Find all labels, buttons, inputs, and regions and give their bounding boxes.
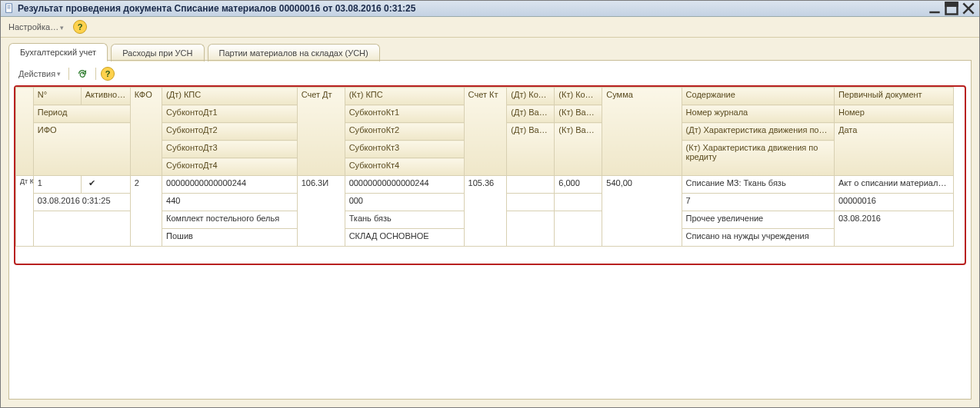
cell-dt-val: [507, 194, 555, 211]
chevron-down-icon: ▾: [57, 70, 61, 78]
cell-subdt3: Пошив: [162, 229, 298, 247]
cell-number: 1: [33, 176, 81, 194]
col-subdt2[interactable]: СубконтоДт2: [162, 123, 298, 141]
tab-accounting[interactable]: Бухгалтерский учет: [8, 43, 108, 61]
maximize-button[interactable]: [944, 2, 959, 15]
col-account-kt[interactable]: Счет Кт: [464, 88, 507, 176]
check-icon: ✔: [88, 178, 95, 188]
cell-subdt1: 440: [162, 194, 298, 211]
cell-kt-qty: 6,000: [555, 176, 602, 194]
cell-sum: 540,00: [602, 176, 682, 247]
help-icon[interactable]: ?: [101, 67, 115, 81]
cell-subkt2: Ткань бязь: [345, 211, 464, 229]
cell-subkt1: 000: [345, 194, 464, 211]
menu-bar: Настройка…▾ ?: [1, 17, 979, 38]
tab-batches-usn[interactable]: Партии материалов на складах (УСН): [208, 44, 380, 61]
col-ifo[interactable]: ИФО: [33, 123, 130, 176]
cell-subdt2: Комплект постельного белья: [162, 211, 298, 229]
cell-number: 00000016: [834, 194, 953, 211]
col-kt-val[interactable]: (Кт) Валю…: [555, 105, 602, 123]
tab-content: Действия▾ ? N° Активно… КФО: [8, 61, 972, 400]
col-journal[interactable]: Номер журнала: [682, 105, 834, 123]
chevron-down-icon: ▾: [60, 24, 64, 32]
cell-subkt3: СКЛАД ОСНОВНОЕ: [345, 229, 464, 247]
cell-acct-kt: 105.36: [464, 176, 507, 247]
cell-active: ✔: [81, 176, 130, 194]
menu-settings[interactable]: Настройка…▾: [5, 21, 67, 33]
header-row: N° Активно… КФО (Дт) КПС Счет Дт (Кт) КП…: [16, 88, 954, 105]
document-icon: [4, 3, 15, 14]
svg-rect-0: [6, 4, 12, 12]
col-primary-doc[interactable]: Первичный документ: [834, 88, 953, 105]
col-kt-char[interactable]: (Кт) Характеристика движения по кредиту: [682, 141, 834, 176]
cell-acct-dt: 106.3И: [297, 176, 345, 247]
cell-kt-valsum: [555, 211, 602, 247]
tab-expenses-usn[interactable]: Расходы при УСН: [111, 44, 204, 61]
col-kt-qty[interactable]: (Кт) Коли…: [555, 88, 602, 105]
dtkt-icon: Дт Кт: [20, 178, 29, 184]
col-dt-char[interactable]: (Дт) Характеристика движения по…: [682, 123, 834, 141]
col-doc-number[interactable]: Номер: [834, 105, 953, 123]
close-button[interactable]: [961, 2, 976, 15]
col-kt-valsum[interactable]: (Кт) Вал. сумма: [555, 123, 602, 176]
cell-journal: 7: [682, 194, 834, 211]
minimize-button[interactable]: [927, 2, 942, 15]
col-number[interactable]: N°: [33, 88, 81, 105]
window-title: Результат проведения документа Списание …: [18, 3, 415, 14]
cell-dt-valsum: [507, 211, 555, 247]
row-marker: Дт Кт: [16, 176, 34, 247]
refresh-icon: [77, 68, 88, 79]
title-bar: Результат проведения документа Списание …: [1, 1, 979, 17]
grid-toolbar: Действия▾ ?: [14, 65, 966, 85]
actions-button[interactable]: Действия▾: [15, 68, 64, 80]
cell-date: 03.08.2016: [834, 211, 953, 247]
cell-dt-qty: [507, 176, 555, 194]
empty-row: [16, 247, 954, 264]
cell-period: 03.08.2016 0:31:25: [33, 194, 130, 211]
col-subkt1[interactable]: СубконтоКт1: [345, 105, 464, 123]
svg-rect-2: [946, 3, 958, 6]
col-active[interactable]: Активно…: [81, 88, 130, 105]
cell-dtkps: 00000000000000244: [162, 176, 298, 194]
col-subdt3[interactable]: СубконтоДт3: [162, 141, 298, 158]
col-dt-valsum[interactable]: (Дт) Вал. сумма: [507, 123, 555, 176]
cell-kt-char: Списано на нужды учреждения: [682, 229, 834, 247]
grid-highlight: N° Активно… КФО (Дт) КПС Счет Дт (Кт) КП…: [14, 85, 966, 265]
col-date[interactable]: Дата: [834, 123, 953, 176]
col-dt-kps[interactable]: (Дт) КПС: [162, 88, 298, 105]
tabs: Бухгалтерский учет Расходы при УСН Парти…: [1, 38, 979, 61]
col-dt-val[interactable]: (Дт) Валю…: [507, 105, 555, 123]
table-row[interactable]: Дт Кт 1 ✔ 2 00000000000000244 106.3И 000…: [16, 176, 954, 194]
col-dt-qty[interactable]: (Дт) Коли…: [507, 88, 555, 105]
col-account-dt[interactable]: Счет Дт: [297, 88, 345, 176]
cell-primdoc: Акт о списании материало…: [834, 176, 953, 194]
cell-content: Списание МЗ: Ткань бязь: [682, 176, 834, 194]
app-window: Результат проведения документа Списание …: [0, 0, 980, 408]
refresh-button[interactable]: [74, 67, 91, 81]
postings-grid[interactable]: N° Активно… КФО (Дт) КПС Счет Дт (Кт) КП…: [15, 87, 954, 264]
col-period[interactable]: Период: [33, 105, 130, 123]
cell-ifo: [33, 211, 130, 247]
col-subdt1[interactable]: СубконтоДт1: [162, 105, 298, 123]
gutter-header: [16, 88, 34, 176]
cell-kfo: 2: [130, 176, 162, 247]
cell-ktkps: 00000000000000244: [345, 176, 464, 194]
cell-kt-val: [555, 194, 602, 211]
col-content[interactable]: Содержание: [682, 88, 834, 105]
col-subdt4[interactable]: СубконтоДт4: [162, 158, 298, 176]
help-icon[interactable]: ?: [73, 20, 87, 34]
col-subkt2[interactable]: СубконтоКт2: [345, 123, 464, 141]
col-subkt4[interactable]: СубконтоКт4: [345, 158, 464, 176]
col-subkt3[interactable]: СубконтоКт3: [345, 141, 464, 158]
col-sum[interactable]: Сумма: [602, 88, 682, 176]
col-kfo[interactable]: КФО: [130, 88, 162, 176]
col-kt-kps[interactable]: (Кт) КПС: [345, 88, 464, 105]
cell-dt-char: Прочее увеличение: [682, 211, 834, 229]
